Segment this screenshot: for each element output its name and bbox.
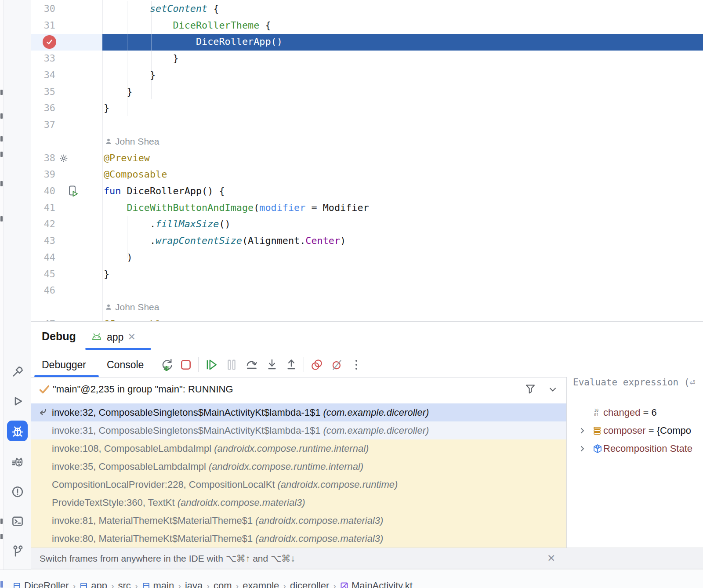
breadcrumb-item[interactable]: src bbox=[118, 580, 131, 588]
variable-row[interactable]: Recomposition State bbox=[567, 439, 703, 457]
line-number: 31 bbox=[31, 17, 55, 34]
android-icon bbox=[91, 332, 103, 342]
code-line[interactable]: setContent { bbox=[104, 0, 219, 17]
stack-frame-row[interactable]: invoke:108, ComposableLambdaImpl(android… bbox=[31, 439, 566, 457]
close-banner-icon[interactable]: ✕ bbox=[547, 548, 555, 569]
code-line[interactable]: } bbox=[104, 50, 179, 67]
primitive-value-icon: 1001 bbox=[593, 408, 602, 417]
object-fields-icon bbox=[593, 426, 602, 435]
thread-selector-chevron-icon[interactable] bbox=[548, 386, 558, 394]
variable-row[interactable]: composer = {Compo bbox=[567, 421, 703, 439]
tab-console[interactable]: Console bbox=[107, 359, 144, 371]
tab-app-run-config[interactable]: app ✕ bbox=[91, 329, 136, 345]
terminal-tool-button[interactable] bbox=[10, 513, 25, 529]
frame-package: (androidx.compose.material3) bbox=[178, 497, 305, 508]
module-icon bbox=[80, 582, 88, 588]
breadcrumb-item[interactable]: DiceRoller bbox=[13, 580, 69, 588]
mute-breakpoints-button[interactable] bbox=[330, 358, 344, 372]
tab-debugger[interactable]: Debugger bbox=[42, 359, 86, 371]
stack-frames-list[interactable]: invoke:32, ComposableSingletons$MainActi… bbox=[31, 403, 566, 548]
breadcrumb-item[interactable]: MainActivity.kt bbox=[340, 580, 413, 588]
breadcrumb-item[interactable]: com bbox=[214, 580, 232, 588]
stack-frame-row[interactable]: ProvideTextStyle:360, TextKt(androidx.co… bbox=[31, 494, 566, 512]
resume-button[interactable] bbox=[205, 358, 218, 372]
code-line[interactable]: ) bbox=[104, 249, 133, 266]
frame-location: CompositionLocalProvider:228, Compositio… bbox=[52, 479, 275, 490]
breadcrumb-item[interactable]: app bbox=[80, 580, 107, 588]
code-line[interactable]: } bbox=[104, 266, 109, 283]
hint-banner-text: Switch frames from anywhere in the IDE w… bbox=[40, 548, 295, 569]
debug-tool-button[interactable] bbox=[7, 421, 28, 441]
breadcrumb-item[interactable]: diceroller bbox=[290, 580, 329, 588]
step-over-button[interactable] bbox=[245, 358, 258, 372]
code-line[interactable]: @Preview bbox=[104, 150, 150, 167]
switch-frames-hint-banner: Switch frames from anywhere in the IDE w… bbox=[31, 548, 703, 569]
recomposition-state-icon bbox=[593, 444, 602, 454]
breadcrumb-item[interactable]: example bbox=[243, 580, 279, 588]
step-into-button[interactable] bbox=[265, 358, 279, 372]
code-line[interactable]: } bbox=[104, 83, 133, 100]
code-line[interactable]: DiceWithButtonAndImage(modifier = Modifi… bbox=[104, 200, 369, 216]
run-tool-button[interactable] bbox=[10, 393, 25, 409]
build-tool-button[interactable] bbox=[10, 364, 25, 380]
expand-chevron-icon[interactable] bbox=[578, 427, 586, 435]
frame-location: invoke:81, MaterialThemeKt$MaterialTheme… bbox=[52, 515, 253, 526]
rerun-button[interactable] bbox=[160, 358, 173, 372]
thread-status-row[interactable]: "main"@2,235 in group "main": RUNNING bbox=[31, 377, 566, 401]
breakpoint-icon[interactable] bbox=[43, 35, 56, 49]
view-breakpoints-icon bbox=[310, 358, 323, 371]
code-line[interactable]: fun DiceRollerApp() { bbox=[104, 183, 225, 200]
stack-frame-row[interactable]: invoke:35, ComposableLambdaImpl(androidx… bbox=[31, 457, 566, 475]
variable-row[interactable]: 1001changed = 6 bbox=[567, 403, 703, 421]
frame-location: ProvideTextStyle:360, TextKt bbox=[52, 497, 175, 508]
code-line[interactable]: DiceRollerApp() bbox=[104, 33, 283, 50]
stack-frame-row[interactable]: CompositionLocalProvider:228, Compositio… bbox=[31, 475, 566, 494]
stop-icon bbox=[180, 359, 192, 371]
problems-tool-button[interactable] bbox=[10, 484, 25, 500]
code-line[interactable]: @Composable bbox=[104, 166, 167, 183]
cutoff-icon-fragment bbox=[0, 152, 3, 157]
android-studio-window: 3031333435363738394041424344454647 setCo… bbox=[0, 0, 703, 588]
run-preview-icon[interactable] bbox=[68, 185, 78, 197]
evaluate-expression-field[interactable]: Evaluate expression (⏎ bbox=[573, 377, 695, 401]
breadcrumb-separator: › bbox=[333, 581, 336, 588]
terminal-icon bbox=[11, 515, 24, 528]
code-line[interactable]: DiceRollerTheme { bbox=[104, 17, 271, 34]
rerun-icon bbox=[160, 358, 173, 372]
code-line[interactable]: .wrapContentSize(Alignment.Center) bbox=[104, 232, 346, 249]
close-tab-icon[interactable]: ✕ bbox=[127, 332, 135, 342]
stack-frame-row[interactable]: invoke:32, ComposableSingletons$MainActi… bbox=[31, 403, 566, 421]
stack-frame-row[interactable]: invoke:31, ComposableSingletons$MainActi… bbox=[31, 421, 566, 439]
breadcrumb-item[interactable]: java bbox=[185, 580, 203, 588]
code-line[interactable]: .fillMaxSize() bbox=[104, 216, 231, 232]
line-number: 45 bbox=[31, 266, 55, 283]
code-line[interactable]: @Composable bbox=[104, 316, 167, 321]
stack-frame-row[interactable]: invoke:80, MaterialThemeKt$MaterialTheme… bbox=[31, 530, 566, 548]
logcat-cat-icon bbox=[11, 455, 24, 468]
more-options-button[interactable] bbox=[350, 358, 363, 372]
gear-icon[interactable] bbox=[59, 153, 69, 163]
breadcrumb-item[interactable]: main bbox=[142, 580, 174, 588]
stack-frame-row[interactable]: invoke:81, MaterialThemeKt$MaterialTheme… bbox=[31, 512, 566, 530]
breadcrumb-label: src bbox=[118, 580, 131, 588]
version-control-tool-button[interactable] bbox=[10, 543, 25, 559]
stop-button[interactable] bbox=[179, 358, 192, 372]
filter-frames-icon[interactable] bbox=[524, 383, 536, 395]
line-number: 39 bbox=[31, 166, 55, 183]
breadcrumb-label: main bbox=[153, 580, 174, 588]
debug-panel-title: Debug bbox=[42, 330, 76, 343]
module-icon bbox=[142, 582, 150, 588]
frame-package: (androidx.compose.material3) bbox=[255, 515, 383, 526]
view-breakpoints-button[interactable] bbox=[310, 358, 323, 372]
breadcrumb[interactable]: DiceRoller›app›src›main›java›com›example… bbox=[13, 579, 413, 588]
pause-button[interactable] bbox=[225, 358, 238, 372]
line-number: 40 bbox=[31, 183, 55, 200]
step-out-button[interactable] bbox=[285, 358, 298, 372]
breadcrumb-label: example bbox=[243, 580, 279, 588]
execution-line-gutter-highlight bbox=[31, 34, 102, 51]
logcat-tool-button[interactable] bbox=[10, 454, 25, 470]
code-line[interactable]: } bbox=[104, 100, 109, 116]
expand-chevron-icon[interactable] bbox=[578, 445, 586, 453]
code-line[interactable]: } bbox=[104, 67, 156, 83]
code-editor[interactable]: 3031333435363738394041424344454647 setCo… bbox=[31, 0, 703, 321]
